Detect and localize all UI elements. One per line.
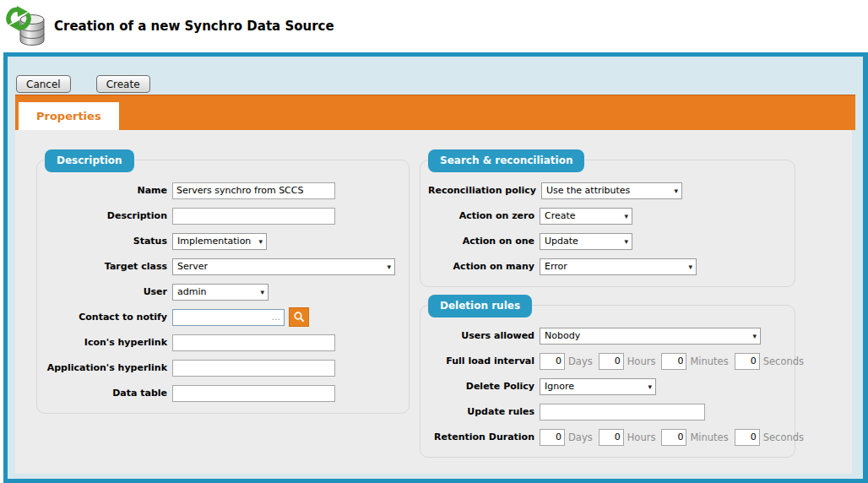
dropdown-arrow-icon: ▾ <box>674 187 678 195</box>
target-class-label-text: Target class <box>105 261 167 272</box>
full-load-interval-days-unit-label: Days <box>568 355 593 367</box>
page-title: Creation of a new Synchro Data Source <box>54 19 334 34</box>
user-label-text: User <box>144 286 167 297</box>
name-input[interactable] <box>172 182 335 199</box>
target-class-field-row: Target classServer▾ <box>45 258 402 275</box>
name-field-row: Name <box>45 182 402 199</box>
delete-policy-field-row: Delete PolicyIgnore▾ <box>428 377 788 395</box>
page-header: Creation of a new Synchro Data Source <box>0 0 868 52</box>
action-on-zero-select[interactable]: Create▾ <box>540 208 632 225</box>
users-allowed-selected-value: Nobody <box>545 330 580 341</box>
delete-policy-control: Ignore▾ <box>540 378 656 395</box>
retention-duration-label-text: Retention Duration <box>434 431 534 442</box>
create-button[interactable]: Create <box>96 75 150 93</box>
retention-duration-label: Retention Duration <box>428 431 534 442</box>
dropdown-arrow-icon: ▾ <box>688 263 692 271</box>
full-load-interval-seconds-input[interactable] <box>735 353 760 370</box>
description-legend: Description <box>45 149 134 172</box>
action-on-one-label-text: Action on one <box>463 236 534 247</box>
applications-hyperlink-input[interactable] <box>172 360 335 377</box>
data-table-control <box>172 385 335 402</box>
user-control: admin▾ <box>172 284 269 301</box>
data-table-field-row: Data table <box>45 384 402 402</box>
cancel-button[interactable]: Cancel <box>16 75 71 93</box>
retention-duration-seconds-unit-label: Seconds <box>763 431 804 443</box>
users-allowed-field-row: Users allowedNobody▾ <box>428 327 788 345</box>
dropdown-arrow-icon: ▾ <box>260 288 264 296</box>
full-load-interval-minutes-input[interactable] <box>661 353 686 370</box>
delete-policy-selected-value: Ignore <box>545 381 574 392</box>
tab-properties[interactable]: Properties <box>19 102 119 130</box>
status-control: Implementation▾ <box>172 233 267 250</box>
full-load-interval-control: DaysHoursMinutesSeconds <box>540 353 810 370</box>
data-table-input[interactable] <box>172 385 335 402</box>
name-label: Name <box>45 185 167 196</box>
contact-to-notify-autocomplete: ... <box>172 309 285 326</box>
retention-duration-control: DaysHoursMinutesSeconds <box>540 429 810 446</box>
main-frame: Cancel Create Properties Description Nam… <box>3 52 868 483</box>
contact-to-notify-label: Contact to notify <box>45 312 167 323</box>
deletion-rules-section: Deletion rules Users allowedNobody▾Full … <box>420 305 795 458</box>
reconciliation-policy-selected-value: Use the attributes <box>546 185 630 196</box>
description-section: Description NameDescriptionStatusImpleme… <box>36 160 410 414</box>
retention-duration-days-input[interactable] <box>540 429 565 446</box>
dropdown-arrow-icon: ▾ <box>258 237 263 246</box>
action-on-zero-field-row: Action on zeroCreate▾ <box>428 207 788 225</box>
deletion-rules-legend: Deletion rules <box>428 295 532 317</box>
reconciliation-policy-label: Reconciliation policy <box>428 185 536 196</box>
description-field-row: Description <box>45 207 402 225</box>
reconciliation-policy-field-row: Reconciliation policyUse the attributes▾ <box>428 182 788 199</box>
description-control <box>172 208 335 225</box>
delete-policy-label: Delete Policy <box>428 381 534 392</box>
status-label: Status <box>45 236 167 247</box>
data-table-label-text: Data table <box>112 388 167 399</box>
action-on-one-field-row: Action on oneUpdate▾ <box>428 232 788 250</box>
action-on-many-select[interactable]: Error▾ <box>540 258 697 275</box>
search-reconciliation-section: Search & reconciliation Reconciliation p… <box>420 160 795 287</box>
icons-hyperlink-field-row: Icon's hyperlink <box>45 334 402 351</box>
target-class-selected-value: Server <box>177 261 208 272</box>
user-select[interactable]: admin▾ <box>172 284 269 301</box>
user-selected-value: admin <box>177 286 206 297</box>
reconciliation-policy-label-text: Reconciliation policy <box>428 185 536 196</box>
search-icon <box>293 311 306 323</box>
status-select[interactable]: Implementation▾ <box>172 233 267 250</box>
dropdown-arrow-icon: ▾ <box>624 237 628 246</box>
action-on-many-field-row: Action on manyError▾ <box>428 258 788 275</box>
reconciliation-policy-select[interactable]: Use the attributes▾ <box>541 182 682 199</box>
retention-duration-hours-input[interactable] <box>599 429 624 446</box>
action-on-one-label: Action on one <box>428 236 534 247</box>
retention-duration-hours-unit-label: Hours <box>627 431 656 443</box>
full-load-interval-days-input[interactable] <box>540 353 565 370</box>
update-rules-input[interactable] <box>540 404 705 421</box>
icons-hyperlink-input[interactable] <box>172 334 335 351</box>
action-on-many-label: Action on many <box>428 261 534 272</box>
users-allowed-control: Nobody▾ <box>540 328 761 345</box>
description-input[interactable] <box>172 208 335 225</box>
target-class-select[interactable]: Server▾ <box>172 258 395 275</box>
action-on-many-label-text: Action on many <box>453 261 534 272</box>
applications-hyperlink-field-row: Application's hyperlink <box>45 359 402 377</box>
contact-to-notify-search-button[interactable] <box>289 307 309 327</box>
contact-to-notify-input[interactable] <box>172 309 285 326</box>
full-load-interval-hours-input[interactable] <box>599 353 624 370</box>
retention-duration-seconds-input[interactable] <box>735 429 760 446</box>
action-on-zero-control: Create▾ <box>540 208 632 225</box>
applications-hyperlink-label: Application's hyperlink <box>45 362 167 373</box>
action-on-one-select[interactable]: Update▾ <box>540 233 632 250</box>
action-on-one-selected-value: Update <box>545 236 578 247</box>
action-on-many-control: Error▾ <box>540 258 697 275</box>
full-load-interval-field-row: Full load intervalDaysHoursMinutesSecond… <box>428 352 788 370</box>
delete-policy-select[interactable]: Ignore▾ <box>540 378 656 395</box>
action-toolbar: Cancel Create <box>12 75 855 93</box>
contact-to-notify-label-text: Contact to notify <box>79 312 167 323</box>
action-on-zero-selected-value: Create <box>545 210 576 221</box>
retention-duration-minutes-input[interactable] <box>661 429 686 446</box>
users-allowed-select[interactable]: Nobody▾ <box>540 328 761 345</box>
dropdown-arrow-icon: ▾ <box>752 332 757 340</box>
status-selected-value: Implementation <box>177 236 251 247</box>
applications-hyperlink-label-text: Application's hyperlink <box>47 362 167 373</box>
delete-policy-label-text: Delete Policy <box>466 381 534 392</box>
users-allowed-label-text: Users allowed <box>461 330 534 341</box>
retention-duration-days-unit-label: Days <box>568 431 593 443</box>
